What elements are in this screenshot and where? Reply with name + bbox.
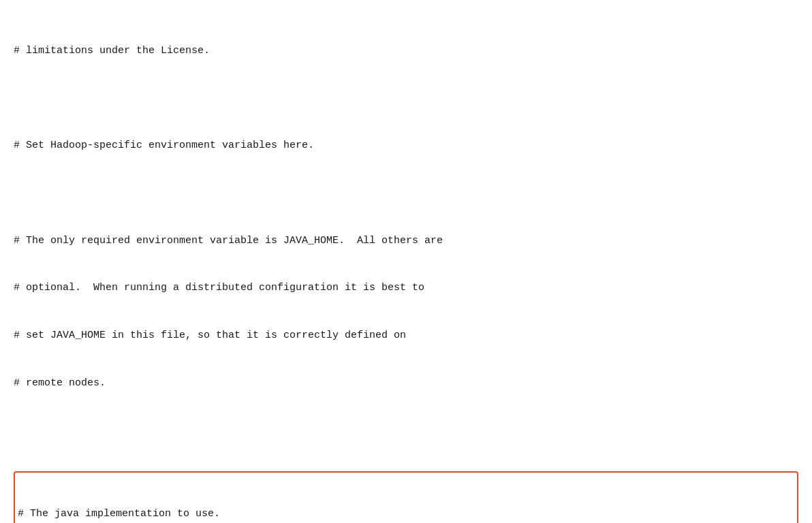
code-line-3: # The only required environment variable… <box>14 233 798 249</box>
java-home-comment: # The java implementation to use. <box>18 506 794 522</box>
code-spacer-1 <box>14 90 798 106</box>
code-line-4: # optional. When running a distributed c… <box>14 280 798 296</box>
code-line-1: # limitations under the License. <box>14 43 798 59</box>
code-line-5: # set JAVA_HOME in this file, so that it… <box>14 328 798 343</box>
code-line-2: # Set Hadoop-specific environment variab… <box>14 138 798 153</box>
code-line-6: # remote nodes. <box>14 375 798 391</box>
code-spacer-3 <box>14 423 798 439</box>
code-viewer: # limitations under the License. # Set H… <box>14 11 798 523</box>
code-spacer-2 <box>14 185 798 201</box>
java-home-highlight-box: # The java implementation to use. export… <box>14 471 798 523</box>
